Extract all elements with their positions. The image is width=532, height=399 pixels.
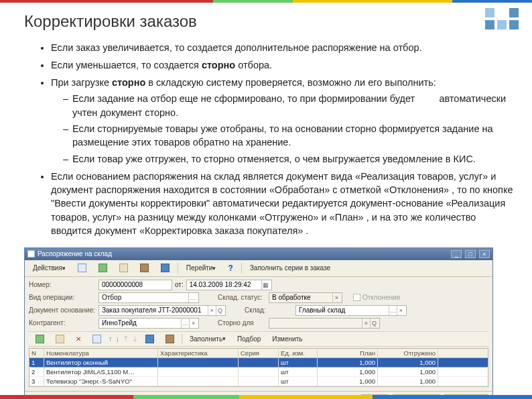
- table-row[interactable]: 3 Телевизор "Энерг.-S-SaNYO" шт 1,000 1,…: [29, 377, 488, 386]
- goto-menu[interactable]: Перейти▾: [182, 263, 220, 273]
- contr-label: Контрагент:: [29, 319, 96, 327]
- bullet-1: Если заказ увеличивается, то создается д…: [51, 41, 513, 54]
- clear-icon[interactable]: ×: [189, 319, 197, 328]
- date-input[interactable]: [188, 281, 261, 288]
- table-row[interactable]: 2 Вентилятор JIMLAS,1100 М… шт 1,000 1,0…: [29, 367, 488, 377]
- warehouse-input[interactable]: [297, 306, 389, 314]
- col-har[interactable]: Характеристика: [158, 349, 239, 357]
- bullet-2: Если уменьшается, то создается сторно от…: [51, 58, 513, 72]
- bottom-color-stripe: [0, 395, 532, 399]
- top-color-stripe: [0, 0, 532, 3]
- main-toolbar: Действия▾ Перейти▾ ? Заполнить серии в з…: [25, 260, 492, 277]
- items-grid: N Номенклатура Характеристика Серия Ед. …: [29, 348, 488, 387]
- number-label: Номер:: [29, 281, 96, 288]
- storno-label: Сторно для: [218, 319, 266, 327]
- clear-icon[interactable]: ×: [397, 306, 405, 315]
- col-n[interactable]: N: [29, 349, 44, 357]
- date-prefix: от:: [175, 281, 184, 288]
- slide-title: Корректировки заказов: [24, 12, 513, 31]
- fill-menu[interactable]: Заполнить▾: [186, 334, 230, 344]
- docbase-label: Документ основание:: [29, 306, 96, 314]
- toolbar-btn-3[interactable]: [115, 262, 132, 274]
- warehouse-label: Склад:: [245, 306, 293, 314]
- grid-toolbar: ✕ ↑ ↓ ⇡ ⇣ Заполнить▾ Подбор Изменить: [29, 331, 488, 347]
- bullet-4: Если основанием распоряжения на склад яв…: [51, 170, 513, 237]
- sort-desc-icon[interactable]: ⇣: [132, 335, 138, 343]
- table-row[interactable]: 1 Вентилятор оконный шт 1,000 1,000: [29, 358, 488, 367]
- deviations-checkbox[interactable]: Отклонения: [353, 294, 400, 301]
- docbase-input[interactable]: [101, 306, 208, 314]
- sub-bullet-1: Если задание на отбор еще не сформирован…: [63, 92, 513, 119]
- minimize-button[interactable]: _: [451, 250, 462, 258]
- open-icon[interactable]: Q: [370, 319, 378, 328]
- storno-input: [271, 319, 362, 327]
- bullet-3: При загрузке сторно в складскую систему …: [51, 76, 513, 166]
- sub-bullet-3: Если товар уже отгружен, то сторно отмен…: [63, 152, 513, 166]
- select-icon[interactable]: …: [181, 319, 189, 328]
- select-icon[interactable]: …: [389, 306, 397, 315]
- optype-label: Вид операции:: [29, 294, 96, 301]
- fill-series-button[interactable]: Заполнить серии в заказе: [246, 263, 334, 273]
- close-button[interactable]: ×: [479, 250, 490, 258]
- add-row-icon[interactable]: [31, 333, 48, 345]
- col-nom[interactable]: Номенклатура: [44, 349, 158, 357]
- move-up-icon[interactable]: ↑: [109, 335, 113, 343]
- bullet-list: Если заказ увеличивается, то создается д…: [24, 41, 513, 238]
- title-icon: [27, 250, 35, 258]
- clear-icon[interactable]: ×: [332, 293, 340, 302]
- toolbar-btn-2[interactable]: [94, 262, 111, 274]
- number-input[interactable]: [101, 281, 170, 288]
- clear-icon[interactable]: ×: [208, 306, 216, 315]
- col-ser[interactable]: Серия: [239, 349, 279, 357]
- change-button[interactable]: Изменить: [268, 334, 306, 344]
- select-icon[interactable]: …: [188, 293, 197, 302]
- col-pla[interactable]: План: [318, 349, 378, 357]
- calendar-icon[interactable]: ▦: [261, 280, 270, 290]
- toolbar-btn-5[interactable]: [157, 262, 174, 274]
- window-title: Распоряжение на склад: [38, 250, 112, 258]
- contr-input[interactable]: [101, 319, 181, 327]
- sub-bullet-2: Если сторнируемые товары уже отобраны, т…: [63, 122, 513, 150]
- app-window: Распоряжение на склад _ □ × Действия▾ Пе…: [24, 247, 493, 399]
- move-down-icon[interactable]: ↓: [116, 335, 120, 343]
- status-label: Склад. статус:: [218, 294, 266, 301]
- edit-row-icon[interactable]: [52, 333, 68, 345]
- titlebar: Распоряжение на склад _ □ ×: [25, 248, 492, 260]
- col-ed[interactable]: Ед. изм.: [279, 349, 318, 357]
- toolbar-btn-1[interactable]: [74, 262, 90, 274]
- pick-button[interactable]: Подбор: [233, 334, 265, 344]
- open-icon[interactable]: Q: [216, 306, 224, 315]
- delete-row-icon[interactable]: ✕: [72, 334, 85, 344]
- actions-menu[interactable]: Действия▾: [29, 263, 70, 273]
- maximize-button[interactable]: □: [465, 250, 476, 258]
- sort-asc-icon[interactable]: ⇡: [123, 335, 129, 343]
- clear-icon[interactable]: ×: [362, 319, 370, 328]
- status-input: [271, 294, 332, 301]
- copy-row-icon[interactable]: [88, 333, 105, 345]
- grid-icon-b[interactable]: [161, 333, 178, 345]
- grid-icon-a[interactable]: [141, 333, 158, 345]
- help-button[interactable]: ?: [224, 262, 237, 274]
- logo-squares: [485, 8, 519, 30]
- col-ot[interactable]: Отгружено: [378, 349, 438, 357]
- toolbar-btn-4[interactable]: [136, 262, 153, 274]
- optype-input[interactable]: [101, 294, 188, 301]
